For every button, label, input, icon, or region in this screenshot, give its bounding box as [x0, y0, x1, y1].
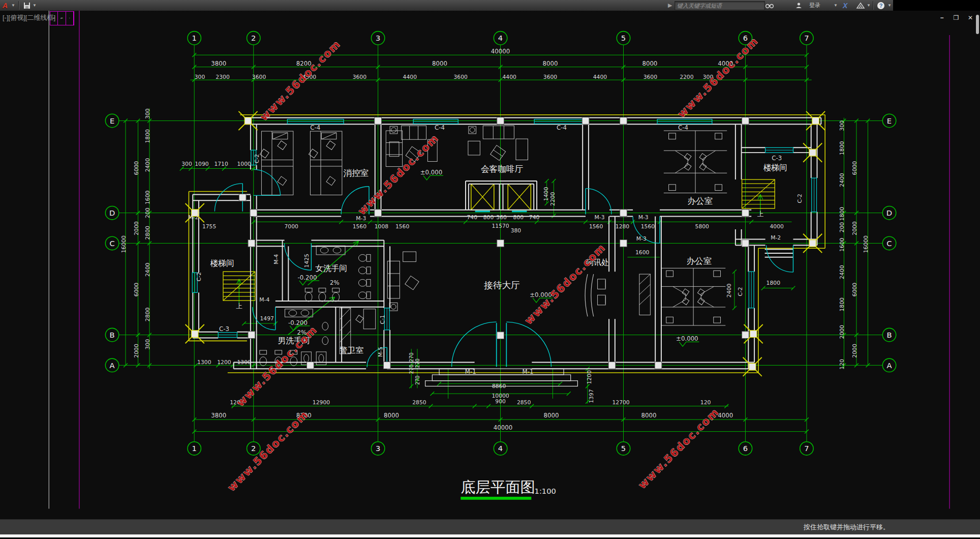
help-caret-icon[interactable]: ▼ [887, 0, 892, 11]
svg-text:A: A [886, 361, 892, 370]
svg-text:1300: 1300 [237, 359, 251, 366]
svg-text:10000: 10000 [492, 393, 509, 399]
svg-text:M-4: M-4 [259, 296, 269, 303]
svg-text:40000: 40000 [494, 424, 512, 431]
svg-text:270: 270 [409, 352, 414, 362]
autocad-logo-icon[interactable]: A [3, 0, 8, 11]
svg-text:8000: 8000 [544, 412, 559, 419]
help-icon[interactable]: ? [877, 0, 884, 11]
svg-text:2200: 2200 [549, 192, 556, 206]
search-binoculars-icon[interactable] [765, 0, 774, 11]
svg-text:1800: 1800 [144, 129, 151, 143]
minimize-button[interactable]: − [938, 14, 946, 21]
svg-text:120: 120 [839, 359, 845, 370]
svg-text:2000: 2000 [839, 325, 845, 339]
svg-text:C-2: C-2 [254, 154, 260, 163]
svg-text:270: 270 [415, 358, 420, 368]
svg-text:1008: 1008 [375, 223, 389, 230]
svg-text:2800: 2800 [144, 226, 151, 240]
svg-text:C-3: C-3 [219, 325, 229, 333]
svg-text:D: D [886, 208, 892, 217]
svg-text:1400: 1400 [543, 187, 549, 201]
svg-text:6000: 6000 [851, 283, 858, 297]
svg-text:C: C [109, 239, 114, 248]
svg-text:M-3: M-3 [636, 235, 647, 242]
svg-text:3800: 3800 [211, 412, 226, 419]
svg-text:1: 1 [192, 34, 197, 42]
svg-text:1397: 1397 [588, 389, 595, 403]
svg-text:3600: 3600 [353, 74, 367, 80]
search-input[interactable]: 键入关键字或短语 [675, 1, 765, 10]
svg-text:±0.000: ±0.000 [420, 169, 442, 176]
svg-text:200: 200 [144, 207, 151, 218]
svg-text:M-2: M-2 [771, 234, 781, 241]
svg-text:6000: 6000 [133, 161, 140, 175]
svg-text:2400: 2400 [839, 265, 845, 279]
svg-text:C: C [886, 239, 892, 248]
save-icon[interactable] [23, 0, 30, 11]
restore-button[interactable]: ❐ [952, 14, 960, 21]
svg-text:www.56doc.com: www.56doc.com [225, 408, 311, 494]
svg-text:办公室: 办公室 [687, 196, 713, 206]
autodesk360-icon[interactable] [856, 0, 865, 11]
exchange-apps-icon[interactable]: X [843, 0, 847, 11]
svg-text:2: 2 [251, 444, 256, 453]
a360-caret-icon[interactable]: ▼ [867, 0, 871, 11]
svg-text:6: 6 [743, 444, 748, 453]
svg-text:8000: 8000 [384, 412, 399, 419]
svg-text:M-2: M-2 [188, 214, 198, 221]
svg-text:16000: 16000 [863, 235, 869, 253]
svg-text:300: 300 [839, 121, 845, 131]
svg-text:2400: 2400 [726, 284, 732, 298]
svg-text:C-2: C-2 [737, 287, 744, 296]
svg-text:5: 5 [621, 34, 626, 42]
svg-text:2000: 2000 [851, 344, 858, 358]
svg-text:警卫室: 警卫室 [340, 345, 363, 355]
svg-text:800: 800 [513, 214, 524, 221]
svg-text:2000: 2000 [133, 344, 140, 358]
svg-text:300: 300 [144, 339, 151, 350]
viewport-controls-label[interactable]: [-][俯视][二维线框] [3, 13, 55, 22]
svg-text:1600: 1600 [144, 190, 151, 204]
svg-text:B: B [886, 331, 892, 339]
svg-text:-0.200: -0.200 [288, 319, 308, 326]
svg-text:楼梯间: 楼梯间 [763, 163, 787, 172]
svg-text:2200: 2200 [680, 74, 694, 80]
document-window-buttons: − ❐ ✕ [938, 14, 974, 21]
svg-text:3800: 3800 [211, 60, 226, 67]
login-button[interactable]: 登录 [809, 0, 820, 11]
svg-text:1600: 1600 [839, 237, 845, 252]
search-expand-icon[interactable]: ▶ [668, 0, 672, 11]
svg-text:A: A [110, 361, 115, 370]
bottom-strip [0, 534, 980, 537]
svg-text:200: 200 [839, 222, 845, 233]
svg-text:C-2: C-2 [196, 272, 202, 281]
svg-text:1560: 1560 [641, 223, 655, 230]
svg-text:2%: 2% [330, 279, 340, 286]
svg-text:M-1: M-1 [465, 368, 476, 375]
svg-text:M-4: M-4 [273, 254, 280, 264]
floor-plan[interactable]: 消控室会客咖啡厅办公室楼梯间楼梯间女洗手间男洗手间警卫室接待大厅办公室问讯处40… [0, 11, 980, 519]
svg-text:www.56doc.com: www.56doc.com [523, 242, 608, 327]
close-button[interactable]: ✕ [966, 14, 974, 21]
svg-text:1090: 1090 [195, 161, 209, 167]
svg-text:6000: 6000 [851, 161, 858, 175]
svg-text:8860: 8860 [492, 383, 506, 390]
svg-text:www.56doc.com: www.56doc.com [258, 38, 343, 123]
axis-grid [49, 11, 950, 508]
svg-text:740: 740 [467, 214, 477, 221]
app-menu-caret-icon[interactable]: ▼ [11, 0, 15, 11]
svg-text:6000: 6000 [133, 283, 140, 297]
svg-text:380: 380 [511, 227, 522, 234]
svg-text:M-5: M-5 [377, 347, 384, 357]
login-caret-icon[interactable]: ▼ [834, 0, 838, 11]
svg-text:800: 800 [483, 214, 494, 221]
svg-text:1200: 1200 [217, 359, 231, 366]
drawing-area[interactable]: [-][俯视][二维线框] ⌐⌐· − ❐ ✕ 消控室会客咖啡厅办公室楼梯间楼梯… [0, 11, 980, 519]
svg-text:5800: 5800 [695, 223, 710, 230]
svg-text:740: 740 [529, 214, 540, 221]
svg-text:270: 270 [415, 375, 420, 385]
quick-access-caret-icon[interactable]: ▼ [33, 0, 37, 11]
user-icon[interactable] [795, 0, 802, 11]
toolbar-separator [18, 1, 19, 10]
